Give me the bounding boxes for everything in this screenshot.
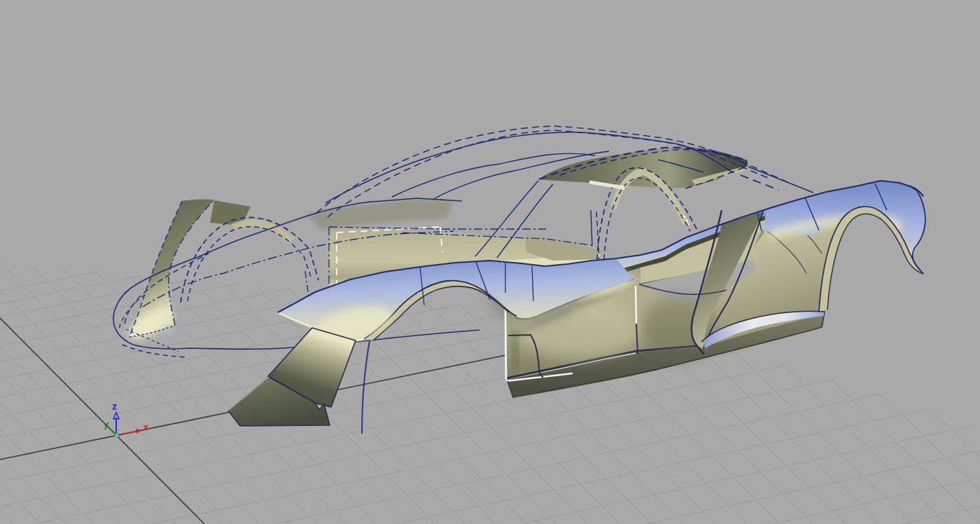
svg-text:z: z xyxy=(112,401,117,412)
svg-text:x: x xyxy=(144,422,149,432)
svg-text:y: y xyxy=(104,419,109,429)
